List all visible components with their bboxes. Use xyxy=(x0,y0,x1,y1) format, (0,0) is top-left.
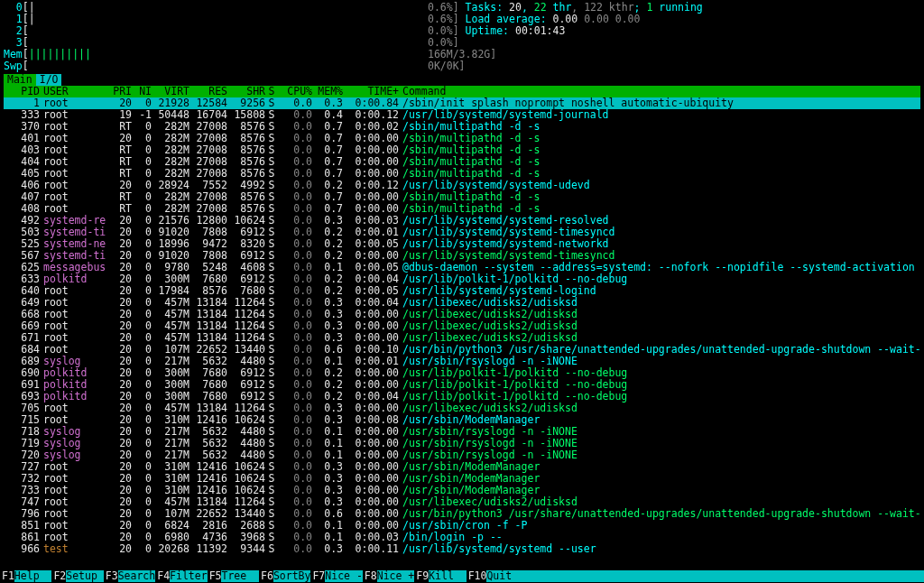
fn-label[interactable]: Help xyxy=(14,569,52,582)
col-shr[interactable]: SHR xyxy=(227,86,265,97)
fn-label[interactable]: Search xyxy=(118,569,156,582)
process-row[interactable]: 690polkitd200300M76806912S0.00.20:00.00/… xyxy=(4,367,920,379)
col-time[interactable]: TIME+ xyxy=(343,86,399,97)
process-row[interactable]: 370rootRT0282M270088576S0.00.70:00.02/sb… xyxy=(4,121,920,133)
fn-label[interactable]: Tree xyxy=(221,569,259,582)
col-pid[interactable]: PID xyxy=(4,86,40,97)
process-row[interactable]: 719syslog200217M56324480S0.00.10:00.00/u… xyxy=(4,438,920,449)
col-virt[interactable]: VIRT xyxy=(152,86,189,97)
fn-key[interactable]: F8 xyxy=(363,569,377,582)
process-row[interactable]: 732root200310M1241610624S0.00.30:00.00/u… xyxy=(4,473,920,485)
process-row[interactable]: 404rootRT0282M270088576S0.00.70:00.00/sb… xyxy=(4,156,920,168)
column-headers[interactable]: PID USER PRI NI VIRT RES SHR S CPU% MEM%… xyxy=(4,86,920,97)
process-row[interactable]: 796root200107M2265213440S0.00.60:00.00/u… xyxy=(4,508,920,520)
process-row[interactable]: 640root2001798485767680S0.00.20:00.05/us… xyxy=(4,285,920,297)
process-table[interactable]: PID USER PRI NI VIRT RES SHR S CPU% MEM%… xyxy=(4,86,920,555)
process-row[interactable]: 625messagebus200978052484608S0.00.10:00.… xyxy=(4,262,920,273)
process-row[interactable]: 733root200310M1241610624S0.00.30:00.00/u… xyxy=(4,485,920,496)
process-row[interactable]: 684root200107M2265213440S0.00.60:00.10/u… xyxy=(4,344,920,356)
fn-key[interactable]: F9 xyxy=(414,569,429,582)
process-row[interactable]: 408rootRT0282M270088576S0.00.70:00.00/sb… xyxy=(4,203,920,215)
tabs: MainI/O xyxy=(4,74,920,86)
process-row[interactable]: 861root200698047363968S0.00.10:00.03/bin… xyxy=(4,532,920,543)
process-row[interactable]: 668root200457M1318411264S0.00.30:00.00/u… xyxy=(4,309,920,320)
cpu-meters: 0[| 1[| 2[ 3[ Mem[|||||||||| Swp[ xyxy=(4,2,428,72)
process-row[interactable]: 492systemd-re200215761280010624S0.00.30:… xyxy=(4,215,920,227)
process-row[interactable]: 401root200282M270088576S0.00.70:00.00/sb… xyxy=(4,133,920,144)
process-row[interactable]: 718syslog200217M56324480S0.00.10:00.00/u… xyxy=(4,426,920,438)
process-row[interactable]: 567systemd-ti2009102078086912S0.00.20:00… xyxy=(4,250,920,262)
process-row[interactable]: 649root200457M1318411264S0.00.30:00.04/u… xyxy=(4,297,920,309)
fn-label[interactable]: Setup xyxy=(66,569,104,582)
fn-label[interactable]: Nice + xyxy=(377,569,415,582)
process-row[interactable]: 727root200310M1241610624S0.00.30:00.00/u… xyxy=(4,461,920,473)
fn-key[interactable]: F2 xyxy=(51,569,66,582)
process-row[interactable]: 851root200682428162688S0.00.10:00.00/usr… xyxy=(4,520,920,532)
process-row[interactable]: 333root19-1504481670415808S0.00.40:00.12… xyxy=(4,109,920,121)
col-cmd[interactable]: Command xyxy=(399,86,920,97)
process-row[interactable]: 503systemd-ti2009102078086912S0.00.20:00… xyxy=(4,227,920,238)
process-row[interactable]: 715root200310M1241610624S0.00.30:00.08/u… xyxy=(4,414,920,426)
col-s[interactable]: S xyxy=(265,86,278,97)
process-row[interactable]: 966test20020268113929344S0.00.30:00.11/u… xyxy=(4,543,920,555)
summary: 0.6%] Tasks: 20, 22 thr, 122 kthr; 1 run… xyxy=(428,2,920,72)
fn-label[interactable]: Nice - xyxy=(325,569,363,582)
header: 0[| 1[| 2[ 3[ Mem[|||||||||| Swp[ 0.6%] … xyxy=(4,2,920,72)
fn-label[interactable]: Filter xyxy=(170,569,208,582)
fn-key[interactable]: F6 xyxy=(259,569,273,582)
process-row[interactable]: 693polkitd200300M76806912S0.00.20:00.04/… xyxy=(4,391,920,403)
col-cpu[interactable]: CPU% xyxy=(278,86,312,97)
col-pri[interactable]: PRI xyxy=(106,86,132,97)
process-row[interactable]: 633polkitd200300M76806912S0.00.20:00.04/… xyxy=(4,273,920,285)
fn-key[interactable]: F7 xyxy=(310,569,325,582)
process-row[interactable]: 720syslog200217M56324480S0.00.10:00.00/u… xyxy=(4,449,920,461)
process-row[interactable]: 406root2002892475524992S0.00.20:00.12/us… xyxy=(4,180,920,191)
fn-key[interactable]: F5 xyxy=(208,569,222,582)
col-user[interactable]: USER xyxy=(40,86,106,97)
process-row[interactable]: 407rootRT0282M270088576S0.00.70:00.00/sb… xyxy=(4,191,920,203)
process-row[interactable]: 1root20021928125849256S0.00.30:00.84/sbi… xyxy=(4,97,920,109)
col-ni[interactable]: NI xyxy=(132,86,152,97)
fn-label[interactable]: Kill xyxy=(429,569,467,582)
fn-label[interactable]: SortBy xyxy=(273,569,311,582)
process-row[interactable]: 671root200457M1318411264S0.00.30:00.00/u… xyxy=(4,332,920,344)
process-row[interactable]: 405rootRT0282M270088576S0.00.70:00.00/sb… xyxy=(4,168,920,180)
process-row[interactable]: 689syslog200217M56324480S0.00.10:00.01/u… xyxy=(4,356,920,367)
fn-key[interactable]: F1 xyxy=(0,569,14,582)
tab-main[interactable]: Main xyxy=(4,74,36,86)
fn-key[interactable]: F3 xyxy=(104,569,118,582)
process-row[interactable]: 705root200457M1318411264S0.00.30:00.00/u… xyxy=(4,403,920,414)
fn-label[interactable]: Quit xyxy=(486,569,524,582)
fn-key[interactable]: F4 xyxy=(155,569,170,582)
process-row[interactable]: 691polkitd200300M76806912S0.00.20:00.00/… xyxy=(4,379,920,391)
process-row[interactable]: 525systemd-ne2001899694728320S0.00.20:00… xyxy=(4,238,920,250)
process-row[interactable]: 403rootRT0282M270088576S0.00.70:00.00/sb… xyxy=(4,144,920,156)
col-mem[interactable]: MEM% xyxy=(312,86,343,97)
col-res[interactable]: RES xyxy=(189,86,227,97)
process-row[interactable]: 669root200457M1318411264S0.00.30:00.00/u… xyxy=(4,320,920,332)
fn-key[interactable]: F10 xyxy=(467,569,487,582)
function-keys[interactable]: F1Help F2Setup F3SearchF4FilterF5Tree F6… xyxy=(0,570,924,582)
tab-io[interactable]: I/O xyxy=(36,74,62,86)
process-row[interactable]: 747root200457M1318411264S0.00.30:00.00/u… xyxy=(4,496,920,508)
